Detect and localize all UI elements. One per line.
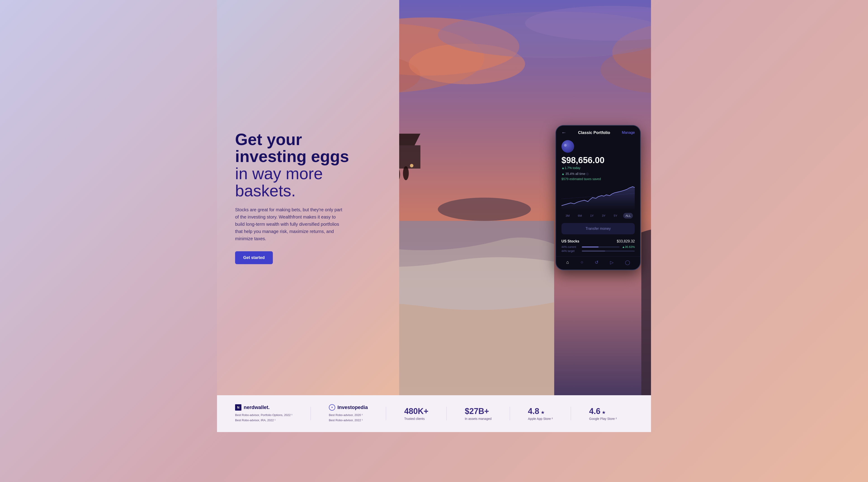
apple-rating-label: Apple App Store ²: [528, 417, 553, 421]
nav-profile-icon[interactable]: ◯: [625, 260, 630, 265]
holding-target-fill: [582, 251, 605, 252]
phone-title: Classic Portfolio: [578, 130, 610, 135]
investopedia-icon: ✦: [329, 404, 335, 411]
portfolio-today: ▲1.7% today: [556, 166, 640, 171]
holding-current-label: 44% current: [561, 246, 580, 249]
investopedia-logo-row: ✦ Investopedia: [329, 404, 368, 411]
holding-bar-current-row: 44% current ▲36.63%: [561, 245, 635, 249]
nerdwallet-name: nerdwallet.: [244, 405, 270, 410]
headline-line1: Get your: [235, 130, 302, 149]
apple-star-icon: ★: [541, 410, 545, 415]
holding-change: ▲36.63%: [622, 245, 635, 249]
svg-point-25: [438, 198, 531, 221]
divider-3: [446, 407, 447, 420]
get-started-button[interactable]: Get started: [235, 251, 273, 264]
google-rating-row: 4.6 ★: [589, 407, 617, 417]
nerdwallet-proof: N nerdwallet. Best Robo-advisor, Portfol…: [235, 404, 292, 423]
investopedia-award-2: Best Robo-advisor, 2022 ¹: [329, 418, 368, 423]
nav-transfer-icon[interactable]: ↺: [595, 260, 598, 265]
nav-send-icon[interactable]: ▷: [610, 260, 614, 265]
holding-current-track: [582, 247, 620, 248]
nav-search-icon[interactable]: ○: [581, 260, 583, 265]
hero-right: ← Classic Portfolio Manage $98,656.00 ▲1…: [399, 0, 651, 395]
page-wrapper: Get your investing eggs in way more bask…: [217, 0, 651, 432]
portfolio-taxes: $579 estimated taxes saved: [556, 177, 640, 183]
phone-avatar: [561, 140, 574, 153]
stat-google: 4.6 ★ Google Play Store ²: [589, 407, 617, 421]
headline-line4: baskets.: [235, 182, 296, 200]
svg-point-24: [403, 166, 409, 180]
portfolio-value: $98,656.00: [556, 156, 640, 166]
apple-rating-number: 4.8: [528, 407, 539, 416]
assets-label: In assets managed: [465, 417, 491, 421]
phone-bottom-nav: ⌂ ○ ↺ ▷ ◯: [556, 256, 640, 269]
time-range-selector: 3M 6M 1Y 3Y 5Y ALL: [556, 211, 640, 221]
stat-clients: 480K+ Trusted clients: [404, 407, 428, 421]
phone-header: ← Classic Portfolio Manage: [556, 126, 640, 138]
holding-target-track: [582, 251, 635, 252]
nav-home-icon[interactable]: ⌂: [566, 260, 569, 265]
social-proof-section: N nerdwallet. Best Robo-advisor, Portfol…: [217, 395, 651, 432]
phone-container: ← Classic Portfolio Manage $98,656.00 ▲1…: [555, 12, 641, 383]
google-star-icon: ★: [602, 410, 606, 415]
divider-5: [571, 407, 571, 420]
time-btn-5y[interactable]: 5Y: [612, 213, 620, 219]
holding-bars: 44% current ▲36.63% 44% target: [561, 245, 635, 253]
holding-target-label: 44% target: [561, 250, 580, 253]
assets-number: $27B+: [465, 407, 491, 416]
holding-name: US Stocks: [561, 239, 579, 244]
apple-rating-row: 4.8 ★: [528, 407, 553, 417]
info-icon[interactable]: ⓘ: [586, 173, 589, 175]
investopedia-award-1: Best Robo-advisor, 2020 ¹: [329, 412, 368, 418]
investopedia-proof: ✦ Investopedia Best Robo-advisor, 2020 ¹…: [329, 404, 368, 423]
transfer-money-button[interactable]: Transfer money: [561, 223, 635, 234]
clients-label: Trusted clients: [404, 417, 428, 421]
time-btn-6m[interactable]: 6M: [576, 213, 584, 219]
phone-mockup: ← Classic Portfolio Manage $98,656.00 ▲1…: [555, 125, 641, 270]
clients-number: 480K+: [404, 407, 428, 416]
time-btn-3m[interactable]: 3M: [563, 213, 572, 219]
nerdwallet-award-1: Best Robo-advisor, Portfolio Options, 20…: [235, 412, 292, 418]
nerdwallet-awards: Best Robo-advisor, Portfolio Options, 20…: [235, 412, 292, 423]
google-rating-number: 4.6: [589, 407, 600, 416]
holding-value: $33,829.32: [617, 239, 635, 244]
all-time-value: 35.4% all time: [565, 172, 585, 175]
investopedia-awards: Best Robo-advisor, 2020 ¹ Best Robo-advi…: [329, 412, 368, 423]
svg-rect-20: [399, 145, 421, 168]
investopedia-name: Investopedia: [338, 405, 368, 410]
headline-line2: investing eggs: [235, 147, 349, 165]
hero-description: Stocks are great for making bets, but th…: [235, 206, 344, 242]
time-btn-all[interactable]: ALL: [623, 213, 633, 219]
nerdwallet-icon: N: [235, 404, 241, 411]
portfolio-all-time: ▲ 35.4% all time ⓘ: [556, 171, 640, 177]
holding-bar-target-row: 44% target: [561, 250, 635, 253]
phone-manage-button[interactable]: Manage: [622, 131, 635, 135]
today-change-text: ▲1.7% today: [561, 166, 581, 170]
holding-top: US Stocks $33,829.32: [561, 239, 635, 244]
divider-2: [386, 407, 386, 420]
google-rating-label: Google Play Store ²: [589, 417, 617, 421]
holding-row-us-stocks: US Stocks $33,829.32 44% current: [556, 236, 640, 254]
hero-left: Get your investing eggs in way more bask…: [217, 0, 399, 395]
portfolio-chart: [561, 183, 635, 210]
time-btn-3y[interactable]: 3Y: [600, 213, 608, 219]
svg-point-22: [410, 164, 413, 167]
stat-assets: $27B+ In assets managed: [465, 407, 491, 421]
stat-apple: 4.8 ★ Apple App Store ²: [528, 407, 553, 421]
hero-headline: Get your investing eggs in way more bask…: [235, 131, 385, 199]
nerdwallet-award-2: Best Robo-advisor, IRA, 2022 ¹: [235, 418, 292, 423]
all-time-positive: ▲: [561, 172, 565, 175]
phone-back-button[interactable]: ←: [561, 130, 566, 136]
hero-section: Get your investing eggs in way more bask…: [217, 0, 651, 395]
chart-area: [556, 183, 640, 210]
nerdwallet-logo-row: N nerdwallet.: [235, 404, 292, 411]
time-btn-1y[interactable]: 1Y: [588, 213, 596, 219]
headline-line3: in way more: [235, 164, 323, 183]
holding-current-fill: [582, 247, 598, 248]
